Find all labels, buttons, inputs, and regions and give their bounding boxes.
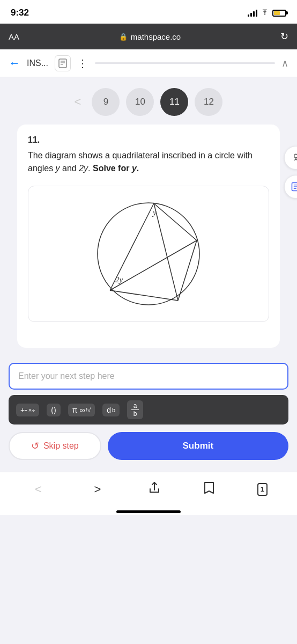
tabs-button[interactable]: 1 bbox=[257, 483, 268, 496]
svg-rect-0 bbox=[59, 59, 66, 68]
browser-forward-button[interactable]: > bbox=[89, 479, 107, 500]
nav-bar: ← INS... ⋮ ∧ bbox=[0, 49, 297, 77]
exponent-button[interactable]: db bbox=[102, 404, 120, 416]
svg-line-12 bbox=[110, 290, 178, 301]
question-9-button[interactable]: 9 bbox=[92, 88, 120, 116]
fraction-button[interactable]: a b bbox=[127, 400, 143, 419]
status-bar: 9:32 bbox=[0, 0, 297, 24]
address-aa: AA bbox=[9, 32, 19, 41]
hint-button[interactable] bbox=[284, 146, 297, 170]
svg-line-14 bbox=[154, 203, 178, 301]
home-indicator bbox=[0, 506, 297, 515]
status-icons bbox=[248, 9, 286, 17]
prev-question-button[interactable]: < bbox=[75, 95, 81, 109]
question-12-button[interactable]: 12 bbox=[195, 88, 222, 116]
math-toolbar: +- ×÷ () π ∞ !√ db a b bbox=[9, 395, 288, 425]
parentheses-button[interactable]: () bbox=[47, 404, 60, 416]
svg-point-9 bbox=[98, 203, 199, 305]
status-time: 9:32 bbox=[11, 8, 29, 18]
action-buttons: ↺ Skip step Submit bbox=[0, 425, 297, 467]
diagram-container: y 2y bbox=[28, 186, 269, 322]
input-section bbox=[0, 356, 297, 390]
share-button[interactable] bbox=[148, 481, 161, 497]
side-buttons bbox=[284, 146, 297, 199]
collapse-button[interactable]: ∧ bbox=[281, 57, 288, 69]
svg-text:y: y bbox=[152, 208, 157, 217]
skip-icon: ↺ bbox=[31, 440, 39, 452]
back-button[interactable]: ← bbox=[9, 56, 20, 70]
skip-label: Skip step bbox=[43, 441, 79, 451]
svg-text:2y: 2y bbox=[115, 275, 123, 284]
signal-icon bbox=[248, 9, 257, 17]
question-11-button[interactable]: 11 bbox=[160, 88, 188, 116]
question-card: 11. The diagram shows a quadrilateral in… bbox=[17, 125, 280, 348]
geometry-diagram: y 2y bbox=[84, 195, 213, 313]
answer-input[interactable] bbox=[9, 363, 288, 390]
wifi-icon bbox=[261, 9, 269, 17]
browser-bottom-bar: < > 1 bbox=[0, 472, 297, 506]
nav-progress-line bbox=[95, 62, 275, 64]
more-options-button[interactable]: ⋮ bbox=[77, 57, 88, 70]
question-navigation: < 9 10 11 12 bbox=[0, 77, 297, 125]
skip-step-button[interactable]: ↺ Skip step bbox=[9, 432, 101, 460]
special-symbols-button[interactable]: π ∞ !√ bbox=[68, 404, 95, 416]
browser-back-button[interactable]: < bbox=[29, 479, 47, 500]
nav-title: INS... bbox=[27, 58, 48, 68]
svg-line-10 bbox=[154, 203, 197, 240]
arithmetic-operators-button[interactable]: +- ×÷ bbox=[16, 404, 39, 416]
svg-point-4 bbox=[294, 154, 297, 158]
submit-button[interactable]: Submit bbox=[108, 432, 288, 460]
notes-button[interactable] bbox=[284, 175, 297, 199]
notebook-icon[interactable] bbox=[55, 55, 71, 71]
battery-icon bbox=[272, 10, 286, 17]
reload-icon[interactable]: ↻ bbox=[280, 31, 288, 42]
question-section: 11. The diagram shows a quadrilateral in… bbox=[0, 125, 297, 348]
home-bar bbox=[116, 510, 181, 513]
lock-icon: 🔒 bbox=[119, 33, 128, 41]
address-url: mathspace.co bbox=[131, 32, 181, 41]
address-bar: AA 🔒 mathspace.co ↻ bbox=[0, 24, 297, 49]
question-10-button[interactable]: 10 bbox=[126, 88, 154, 116]
question-text: The diagram shows a quadrilateral inscri… bbox=[28, 149, 269, 175]
url-container[interactable]: 🔒 mathspace.co bbox=[28, 32, 272, 41]
question-number: 11. bbox=[28, 135, 269, 145]
bookmarks-button[interactable] bbox=[203, 481, 216, 497]
